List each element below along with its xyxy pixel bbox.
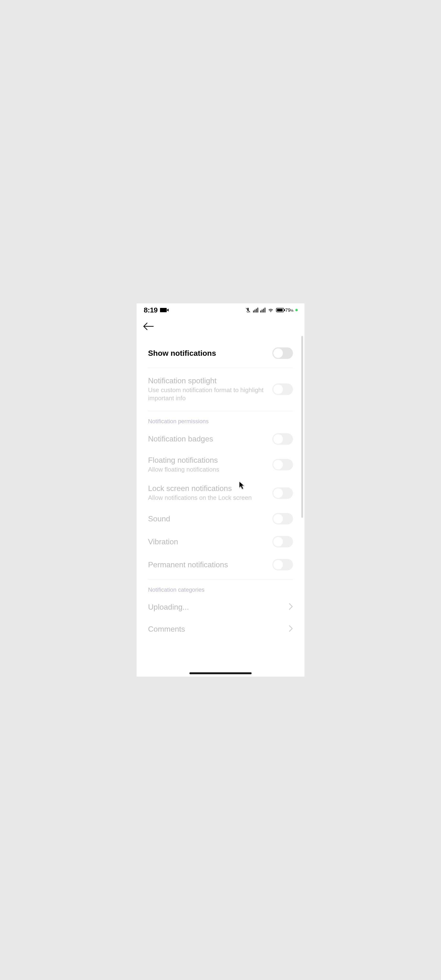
row-text: Notification spotlight Use custom notifi… <box>148 376 273 402</box>
setting-title: Permanent notifications <box>148 560 268 569</box>
spotlight-toggle[interactable] <box>273 383 293 395</box>
wifi-icon <box>267 307 274 313</box>
row-sound[interactable]: Sound <box>136 507 305 530</box>
status-bar: 8:19 <box>136 303 305 317</box>
setting-title: Sound <box>148 514 268 523</box>
setting-subtitle: Allow floating notifications <box>148 466 268 474</box>
toggle-knob <box>273 514 283 523</box>
notification-badges-toggle[interactable] <box>273 433 293 445</box>
spotlight-title: Notification spotlight <box>148 376 268 385</box>
toggle-knob <box>273 460 283 469</box>
show-notifications-title: Show notifications <box>148 349 268 358</box>
row-text: Lock screen notifications Allow notifica… <box>148 484 273 502</box>
toggle-knob <box>273 488 283 498</box>
toolbar <box>136 317 305 336</box>
lock-screen-notifications-toggle[interactable] <box>273 487 293 499</box>
category-title: Comments <box>148 625 289 633</box>
signal-bars-1-icon <box>253 308 258 312</box>
toggle-knob <box>273 385 283 394</box>
toggle-knob <box>273 434 283 444</box>
settings-content[interactable]: Show notifications Notification spotligh… <box>136 336 305 677</box>
toggle-knob <box>273 537 283 546</box>
status-right: 79% <box>245 307 298 313</box>
status-time: 8:19 <box>144 306 158 314</box>
row-text: Permanent notifications <box>148 560 273 569</box>
row-show-notifications[interactable]: Show notifications <box>136 341 305 368</box>
setting-title: Notification badges <box>148 434 268 443</box>
spotlight-subtitle: Use custom notification format to highli… <box>148 386 268 402</box>
battery-indicator: 79% <box>276 307 293 313</box>
camera-mic-active-icon <box>295 309 298 311</box>
mute-icon <box>245 307 251 313</box>
section-header-permissions: Notification permissions <box>136 411 305 428</box>
category-comments[interactable]: Comments <box>136 618 305 640</box>
signal-bars-2-icon <box>260 308 265 312</box>
row-text: Sound <box>148 514 273 523</box>
battery-icon <box>276 308 284 312</box>
status-left: 8:19 <box>144 306 167 314</box>
chevron-right-icon <box>289 603 293 611</box>
battery-number: 79 <box>285 307 290 313</box>
toggle-knob <box>273 348 283 358</box>
screen-record-icon <box>160 308 167 312</box>
row-vibration[interactable]: Vibration <box>136 530 305 553</box>
row-notification-badges[interactable]: Notification badges <box>136 428 305 450</box>
row-text: Vibration <box>148 538 273 546</box>
setting-title: Floating notifications <box>148 456 268 465</box>
row-floating-notifications[interactable]: Floating notifications Allow floating no… <box>136 450 305 479</box>
setting-subtitle: Allow notifications on the Lock screen <box>148 494 268 502</box>
vibration-toggle[interactable] <box>273 536 293 547</box>
row-permanent-notifications[interactable]: Permanent notifications <box>136 553 305 576</box>
category-title: Uploading... <box>148 603 289 611</box>
battery-percent: 79% <box>285 307 293 313</box>
floating-notifications-toggle[interactable] <box>273 459 293 470</box>
row-text: Floating notifications Allow floating no… <box>148 456 273 474</box>
row-lock-screen-notifications[interactable]: Lock screen notifications Allow notifica… <box>136 479 305 507</box>
toggle-knob <box>273 560 283 570</box>
row-notification-spotlight[interactable]: Notification spotlight Use custom notifi… <box>136 368 305 411</box>
permanent-notifications-toggle[interactable] <box>273 559 293 570</box>
category-uploading[interactable]: Uploading... <box>136 596 305 618</box>
battery-suffix: % <box>290 309 293 312</box>
chevron-right-icon <box>289 625 293 633</box>
phone-screen: 8:19 <box>136 303 305 677</box>
row-text: Notification badges <box>148 434 273 443</box>
scrollbar[interactable] <box>301 336 303 518</box>
show-notifications-toggle[interactable] <box>273 347 293 359</box>
sound-toggle[interactable] <box>273 513 293 525</box>
section-header-categories: Notification categories <box>136 580 305 596</box>
home-indicator[interactable] <box>189 672 252 674</box>
back-button[interactable] <box>141 319 156 334</box>
setting-title: Lock screen notifications <box>148 484 268 493</box>
setting-title: Vibration <box>148 538 268 546</box>
row-text: Show notifications <box>148 349 273 358</box>
